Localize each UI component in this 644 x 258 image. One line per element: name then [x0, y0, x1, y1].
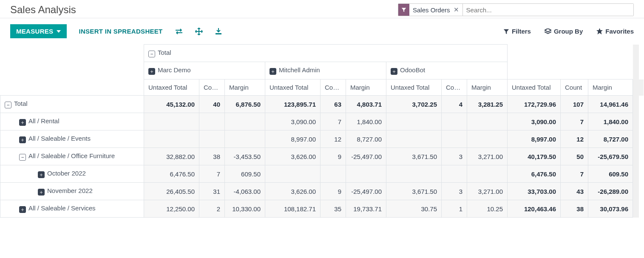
- pivot-cell: [144, 113, 199, 130]
- expand-all-button[interactable]: [195, 28, 203, 35]
- pivot-cell: 3,671.50: [386, 148, 442, 165]
- search-bar[interactable]: Sales Orders ✕: [398, 3, 634, 16]
- pivot-cell: 19,733.71: [346, 200, 386, 218]
- pivot-cell: 12: [321, 130, 346, 148]
- pivot-cell: 8,997.00: [508, 130, 561, 148]
- measure-header[interactable]: Untaxed Total: [386, 79, 442, 96]
- flip-axis-button[interactable]: [175, 28, 183, 35]
- pivot-cell: 40: [199, 96, 225, 113]
- group-by-button[interactable]: Group By: [545, 28, 583, 35]
- filter-icon: [503, 28, 509, 34]
- measure-header[interactable]: Margin: [588, 79, 633, 96]
- insert-spreadsheet-button[interactable]: INSERT IN SPREADSHEET: [79, 28, 162, 35]
- favorites-button[interactable]: Favorites: [596, 28, 634, 35]
- pivot-cell: [386, 130, 442, 148]
- pivot-cell: 9: [321, 183, 346, 200]
- pivot-cell: [346, 165, 386, 183]
- pivot-cell: 6,876.50: [225, 96, 265, 113]
- pivot-cell: [265, 165, 321, 183]
- col-header-total[interactable]: −Total: [144, 45, 508, 62]
- pivot-table: −Total ＋Marc Demo＋Mitchell Admin＋OdooBot…: [0, 44, 644, 218]
- pivot-cell: 609.50: [225, 165, 265, 183]
- pivot-cell: 3,671.50: [386, 183, 442, 200]
- row-header[interactable]: ＋All / Saleable / Services: [0, 200, 144, 218]
- pivot-cell: [442, 165, 467, 183]
- pivot-cell: 123,895.71: [265, 96, 321, 113]
- pivot-cell: 10,330.00: [225, 200, 265, 218]
- col-group-header[interactable]: ＋OdooBot: [386, 62, 508, 79]
- pivot-row: ＋All / Saleable / Events8,997.00128,727.…: [0, 130, 644, 148]
- pivot-cell: 3,702.25: [386, 96, 442, 113]
- row-header[interactable]: −All / Saleable / Office Furniture: [0, 148, 144, 165]
- pivot-cell: 8,997.00: [265, 130, 321, 148]
- search-facet: Sales Orders ✕: [398, 4, 463, 16]
- pivot-cell: [442, 130, 467, 148]
- layers-icon: [545, 28, 551, 34]
- pivot-row: −All / Saleable / Office Furniture32,882…: [0, 148, 644, 165]
- pivot-cell: 12: [561, 130, 588, 148]
- filters-label: Filters: [512, 28, 531, 35]
- pivot-cell: 3: [442, 183, 467, 200]
- pivot-cell: [225, 113, 265, 130]
- measure-header[interactable]: Count: [321, 79, 346, 96]
- measure-header[interactable]: Margin: [346, 79, 386, 96]
- pivot-cell: [225, 130, 265, 148]
- measure-header[interactable]: Count: [561, 79, 588, 96]
- measure-header[interactable]: Untaxed Total: [265, 79, 321, 96]
- download-button[interactable]: [215, 28, 222, 35]
- pivot-cell: -3,453.50: [225, 148, 265, 165]
- pivot-cell: 1: [442, 200, 467, 218]
- search-facet-label: Sales Orders: [409, 6, 454, 14]
- pivot-cell: 12,250.00: [144, 200, 199, 218]
- pivot-cell: 38: [561, 200, 588, 218]
- pivot-cell: -25,497.00: [346, 183, 386, 200]
- pivot-cell: 30.75: [386, 200, 442, 218]
- pivot-cell: -25,497.00: [346, 148, 386, 165]
- pivot-cell: 172,729.96: [508, 96, 561, 113]
- pivot-cell: 7: [561, 113, 588, 130]
- pivot-cell: 4: [442, 96, 467, 113]
- measure-header[interactable]: Untaxed Total: [508, 79, 561, 96]
- pivot-cell: 50: [561, 148, 588, 165]
- pivot-cell: 609.50: [588, 165, 633, 183]
- measures-label: MEASURES: [16, 28, 53, 35]
- pivot-cell: 32,882.00: [144, 148, 199, 165]
- pivot-cell: 30,073.96: [588, 200, 633, 218]
- pivot-row: ＋All / Saleable / Services12,250.00210,3…: [0, 200, 644, 218]
- remove-facet-button[interactable]: ✕: [454, 6, 462, 14]
- pivot-cell: 38: [199, 148, 225, 165]
- col-group-header[interactable]: ＋Mitchell Admin: [265, 62, 386, 79]
- pivot-cell: 8,727.00: [346, 130, 386, 148]
- pivot-cell: 1,840.00: [588, 113, 633, 130]
- measures-button[interactable]: MEASURES: [10, 24, 67, 38]
- row-header[interactable]: ＋All / Rental: [0, 113, 144, 130]
- filters-button[interactable]: Filters: [503, 28, 531, 35]
- filter-icon: [398, 4, 409, 16]
- caret-down-icon: [57, 29, 61, 34]
- measure-header[interactable]: Count: [199, 79, 225, 96]
- row-header[interactable]: ＋November 2022: [0, 183, 144, 200]
- search-input[interactable]: [463, 4, 633, 16]
- pivot-cell: 40,179.50: [508, 148, 561, 165]
- measure-header[interactable]: Margin: [467, 79, 508, 96]
- row-header[interactable]: ＋October 2022: [0, 165, 144, 183]
- pivot-cell: [442, 113, 467, 130]
- pivot-cell: [199, 130, 225, 148]
- pivot-cell: 43: [561, 183, 588, 200]
- pivot-cell: 7: [561, 165, 588, 183]
- measure-header[interactable]: Count: [442, 79, 467, 96]
- pivot-cell: [321, 165, 346, 183]
- pivot-row: ＋October 20226,476.507609.506,476.507609…: [0, 165, 644, 183]
- pivot-cell: 108,182.71: [265, 200, 321, 218]
- measure-header[interactable]: Untaxed Total: [144, 79, 199, 96]
- pivot-cell: [467, 130, 508, 148]
- col-group-header[interactable]: ＋Marc Demo: [144, 62, 265, 79]
- pivot-cell: 3,626.00: [265, 148, 321, 165]
- pivot-cell: [199, 113, 225, 130]
- measure-header[interactable]: Margin: [225, 79, 265, 96]
- pivot-cell: 31: [199, 183, 225, 200]
- pivot-cell: 107: [561, 96, 588, 113]
- pivot-row: ＋All / Rental3,090.0071,840.003,090.0071…: [0, 113, 644, 130]
- row-header[interactable]: ＋All / Saleable / Events: [0, 130, 144, 148]
- row-header[interactable]: −Total: [0, 96, 144, 113]
